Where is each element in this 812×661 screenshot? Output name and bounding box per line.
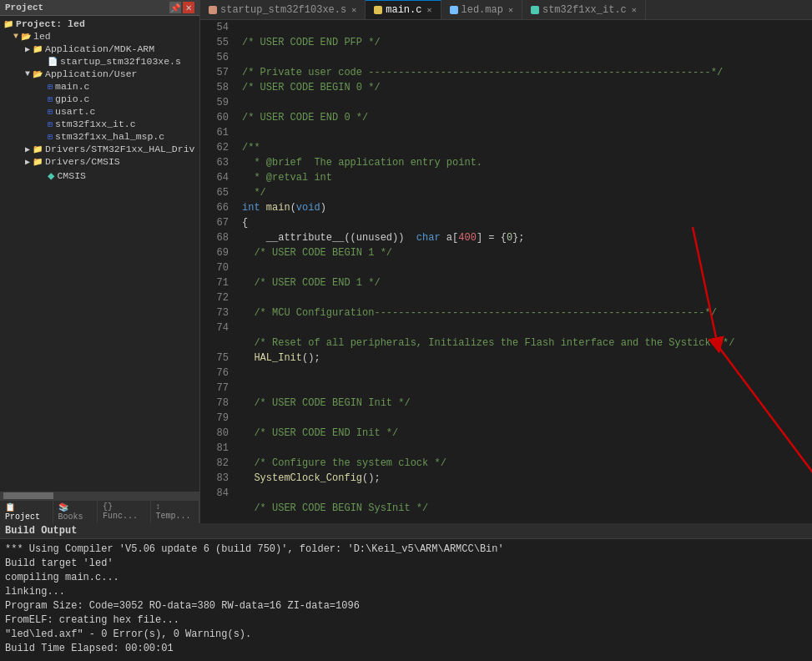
tab-label-startup: startup_stm32f103xe.s	[220, 4, 346, 16]
file-c-icon: ⊞	[48, 119, 53, 129]
project-panel: Project 📌 ✕ 📁 Project: led ▼ 📂 led	[0, 0, 200, 523]
tab-close-main[interactable]: ✕	[426, 5, 431, 15]
build-line-5: Program Size: Code=3052 RO-data=380 RW-d…	[5, 599, 807, 613]
folder-icon: 📁	[33, 144, 43, 154]
build-line-6: FromELF: creating hex file...	[5, 613, 807, 628]
editor-wrapper: 54 55 56 57 58 59 60 61 62 63 64 65 66 6…	[200, 20, 812, 523]
tab-label-main: main.c	[386, 4, 421, 16]
build-line-8: Build Time Elapsed: 00:00:01	[5, 642, 807, 656]
tab-main[interactable]: main.c ✕	[366, 0, 441, 19]
expand-icon: ▶	[25, 144, 30, 154]
build-line-4: linking...	[5, 585, 807, 599]
tree-item-stm32f1xx-hal-msp[interactable]: ⊞ stm32f1xx_hal_msp.c	[0, 130, 199, 143]
tab-label-stm32f1xx-it: stm32f1xx_it.c	[542, 4, 627, 16]
tab-startup[interactable]: startup_stm32f103xe.s ✕	[200, 0, 366, 19]
line-numbers: 54 55 56 57 58 59 60 61 62 63 64 65 66 6…	[200, 20, 235, 523]
tab-close-startup[interactable]: ✕	[351, 5, 356, 15]
tree-item-label: gpio.c	[55, 93, 89, 104]
project-icon: 📁	[3, 19, 13, 29]
build-line-2: Build target 'led'	[5, 557, 807, 571]
app: Project 📌 ✕ 📁 Project: led ▼ 📂 led	[0, 0, 812, 661]
tree-item-main-c[interactable]: ⊞ main.c	[0, 80, 199, 93]
project-bottom-tab-project[interactable]: 📋 Project	[0, 501, 53, 523]
project-panel-title: Project	[5, 3, 43, 13]
project-panel-header: Project 📌 ✕	[0, 0, 199, 16]
project-bottom-tab-books[interactable]: 📚 Books	[53, 501, 98, 523]
panel-close-button[interactable]: ✕	[183, 2, 194, 13]
panel-scrollbar-thumb[interactable]	[3, 492, 53, 499]
tree-item-cmsis[interactable]: ◆ CMSIS	[0, 168, 199, 184]
tree-item-gpio-c[interactable]: ⊞ gpio.c	[0, 93, 199, 105]
tree-item-stm32f1xx-it[interactable]: ⊞ stm32f1xx_it.c	[0, 118, 199, 130]
tree-item-label: stm32f1xx_it.c	[55, 119, 136, 129]
expand-icon: ▶	[25, 44, 30, 54]
expand-icon: ▼	[25, 69, 30, 78]
tree-item-label: led	[33, 31, 51, 42]
tree-item-label: usart.c	[55, 106, 95, 117]
code-editor[interactable]: 54 55 56 57 58 59 60 61 62 63 64 65 66 6…	[200, 20, 812, 523]
tab-icon-main	[374, 6, 382, 14]
tab-icon-startup	[209, 6, 217, 14]
project-tree: 📁 Project: led ▼ 📂 led ▶ 📁 Application/M…	[0, 16, 199, 492]
tree-item-led[interactable]: ▼ 📂 led	[0, 30, 199, 43]
tree-item-label: Drivers/CMSIS	[45, 156, 120, 167]
tab-label-led-map: led.map	[461, 4, 503, 16]
tree-item-project-led[interactable]: 📁 Project: led	[0, 18, 199, 30]
panel-horizontal-scrollbar[interactable]	[0, 492, 199, 500]
editor-tabs: startup_stm32f103xe.s ✕ main.c ✕ led.map…	[200, 0, 812, 20]
project-bottom-tab-temp[interactable]: ↕ Temp...	[151, 501, 199, 523]
build-output-title: Build Output	[0, 523, 812, 539]
tree-item-drivers-hal[interactable]: ▶ 📁 Drivers/STM32F1xx_HAL_Driv	[0, 143, 199, 155]
tab-close-led-map[interactable]: ✕	[508, 5, 513, 15]
file-c-icon: ⊞	[48, 94, 53, 104]
build-line-7: "led\led.axf" - 0 Error(s), 0 Warning(s)…	[5, 628, 807, 642]
folder-icon: 📁	[33, 157, 43, 167]
tab-close-stm32f1xx-it[interactable]: ✕	[632, 5, 637, 15]
file-c-icon: ⊞	[48, 107, 53, 117]
build-line-1: *** Using Compiler 'V5.06 update 6 (buil…	[5, 542, 807, 557]
code-content: /* USER CODE END PFP */ /* Private user …	[235, 20, 812, 523]
tree-item-label: Drivers/STM32F1xx_HAL_Driv	[45, 144, 194, 154]
tree-item-label: stm32f1xx_hal_msp.c	[55, 131, 164, 142]
tree-item-label: CMSIS	[57, 170, 86, 181]
led-folder-icon: 📂	[21, 32, 31, 42]
panel-title-buttons: 📌 ✕	[169, 2, 194, 13]
expand-icon: ▶	[25, 157, 30, 167]
panel-pin-button[interactable]: 📌	[169, 2, 181, 13]
tree-item-app-user[interactable]: ▼ 📂 Application/User	[0, 68, 199, 80]
folder-icon: 📂	[33, 69, 43, 79]
tree-item-label: startup_stm32f103xe.s	[60, 56, 181, 67]
tree-item-startup[interactable]: 📄 startup_stm32f103xe.s	[0, 55, 199, 68]
tree-item-app-mdk[interactable]: ▶ 📁 Application/MDK-ARM	[0, 43, 199, 55]
tab-icon-stm32f1xx-it	[531, 6, 539, 14]
full-bottom: Build Output *** Using Compiler 'V5.06 u…	[0, 523, 812, 661]
project-bottom-tab-func[interactable]: {} Func...	[98, 501, 151, 523]
folder-icon: ▼	[13, 32, 18, 41]
tree-item-label: Project: led	[16, 18, 85, 29]
file-c-icon: ⊞	[48, 132, 53, 142]
diamond-icon: ◆	[48, 169, 54, 183]
tree-item-usart-c[interactable]: ⊞ usart.c	[0, 105, 199, 118]
tab-led-map[interactable]: led.map ✕	[441, 0, 522, 19]
build-output: *** Using Compiler 'V5.06 update 6 (buil…	[0, 539, 812, 659]
tab-icon-led-map	[450, 6, 458, 14]
top-area: Project 📌 ✕ 📁 Project: led ▼ 📂 led	[0, 0, 812, 523]
project-bottom-tabs: 📋 Project 📚 Books {} Func... ↕ Temp...	[0, 500, 199, 523]
file-icon: 📄	[48, 57, 58, 67]
folder-icon: 📁	[33, 44, 43, 54]
file-c-icon: ⊞	[48, 82, 53, 92]
tree-item-label: Application/User	[45, 68, 137, 79]
tree-item-label: Application/MDK-ARM	[45, 43, 154, 54]
tree-item-label: main.c	[55, 81, 89, 92]
tab-stm32f1xx-it[interactable]: stm32f1xx_it.c ✕	[522, 0, 646, 19]
tree-item-drivers-cmsis[interactable]: ▶ 📁 Drivers/CMSIS	[0, 155, 199, 168]
editor-area: startup_stm32f103xe.s ✕ main.c ✕ led.map…	[200, 0, 812, 523]
build-line-3: compiling main.c...	[5, 571, 807, 585]
